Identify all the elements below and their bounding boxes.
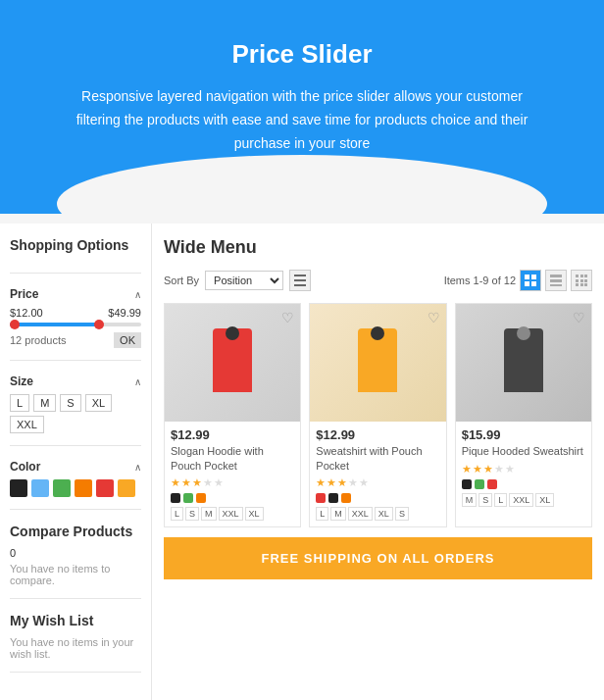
compact-view-button[interactable] [571, 270, 592, 291]
color-dot-1-black[interactable] [171, 493, 180, 503]
star-1-1: ★ [171, 476, 180, 489]
size-S[interactable]: S [60, 394, 80, 412]
product-card-2[interactable]: ♡ $12.99 Sweatshirt with Pouch Pocket ★ … [309, 303, 446, 527]
product-silhouette-3 [499, 319, 548, 407]
wishlist-button-3[interactable]: ♡ [573, 310, 585, 325]
size-tag-2-L[interactable]: L [316, 507, 328, 521]
star-1-3: ★ [192, 476, 202, 489]
star-3-1: ★ [462, 463, 472, 475]
slider-thumb-left[interactable] [10, 320, 20, 329]
svg-rect-13 [576, 279, 579, 282]
size-tag-1-XXL[interactable]: XXL [219, 507, 243, 521]
size-tag-3-XXL[interactable]: XXL [509, 493, 533, 507]
size-tag-1-S[interactable]: S [185, 507, 199, 521]
color-dot-1-green[interactable] [183, 493, 193, 503]
svg-rect-11 [580, 275, 583, 277]
svg-rect-10 [576, 275, 579, 277]
color-swatch-green[interactable] [53, 479, 71, 497]
star-1-2: ★ [181, 476, 191, 489]
compare-products-section: Compare Products 0 You have no items to … [10, 524, 141, 599]
slider-thumb-right[interactable] [94, 320, 104, 329]
color-dot-2-orange[interactable] [341, 493, 351, 503]
size-tag-3-XL[interactable]: XL [535, 493, 554, 507]
svg-rect-1 [294, 279, 306, 281]
compact-icon [576, 275, 587, 286]
size-tags-3: M S L XXL XL [462, 493, 585, 507]
price-chevron-icon[interactable]: ∧ [134, 289, 141, 300]
wishlist-button-1[interactable]: ♡ [281, 310, 294, 325]
price-slider-track[interactable] [10, 323, 141, 326]
size-tag-2-XXL[interactable]: XXL [348, 507, 373, 521]
wishlist-title: My Wish List [10, 613, 141, 628]
color-dot-3-red[interactable] [487, 479, 497, 489]
product-card-3[interactable]: ♡ $15.99 Pique Hooded Sweatshirt ★ ★ ★ ★… [455, 303, 592, 527]
grid-view-button[interactable] [520, 270, 541, 291]
color-filter-section: Color ∧ [10, 460, 141, 510]
size-tag-2-M[interactable]: M [330, 507, 346, 521]
svg-rect-7 [550, 275, 562, 277]
size-filter-section: Size ∧ L M S XL XXL [10, 375, 141, 446]
size-XL[interactable]: XL [85, 394, 112, 412]
sort-select[interactable]: Position Name Price [205, 271, 283, 290]
size-options: L M S XL XXL [10, 394, 141, 433]
size-tag-1-M[interactable]: M [201, 507, 217, 521]
size-tag-3-S[interactable]: S [478, 493, 492, 507]
product-price-1: $12.99 [171, 427, 294, 442]
content-area: Wide Menu Sort By Position Name Price [152, 224, 604, 700]
star-1-5: ★ [214, 476, 224, 489]
product-image-1: ♡ [165, 304, 300, 422]
slider-fill [10, 323, 102, 326]
items-label: Items 1-9 of 12 [444, 275, 516, 286]
size-tags-2: L M XXL XL S [316, 507, 439, 521]
star-1-4: ★ [203, 476, 213, 489]
list-view-button-2[interactable] [545, 270, 567, 291]
size-tag-3-L[interactable]: L [494, 493, 507, 507]
size-L[interactable]: L [10, 394, 29, 412]
grid-icon [525, 275, 536, 286]
size-tag-1-L[interactable]: L [171, 507, 183, 521]
size-tag-3-M[interactable]: M [462, 493, 478, 507]
size-chevron-icon[interactable]: ∧ [134, 376, 141, 387]
product-name-1: Slogan Hoodie with Pouch Pocket [171, 444, 294, 473]
price-ok-button[interactable]: OK [114, 332, 141, 348]
shopping-options-section: Shopping Options [10, 237, 141, 274]
size-filter-header: Size ∧ [10, 375, 141, 388]
list-view-button[interactable] [289, 270, 311, 291]
size-tag-2-XL[interactable]: XL [375, 507, 393, 521]
compare-count: 0 [10, 547, 141, 559]
star-3-5: ★ [505, 463, 515, 475]
size-tag-2-S[interactable]: S [395, 507, 409, 521]
shopping-options-title: Shopping Options [10, 237, 141, 253]
compare-note: You have no items to compare. [10, 563, 141, 586]
rows-icon [550, 275, 562, 286]
color-swatch-blue[interactable] [31, 479, 49, 497]
color-dot-3-black[interactable] [462, 479, 472, 489]
size-XXL[interactable]: XXL [10, 416, 44, 433]
color-dot-2-black[interactable] [328, 493, 338, 503]
hero-section: Price Slider Responsive layered navigati… [0, 0, 604, 214]
color-filter-header: Color ∧ [10, 460, 141, 474]
content-title: Wide Menu [164, 237, 592, 258]
list-icon [294, 275, 306, 286]
color-dot-3-green[interactable] [475, 479, 484, 489]
size-M[interactable]: M [33, 394, 56, 412]
color-swatch-red[interactable] [96, 479, 114, 497]
color-dot-2-red[interactable] [316, 493, 326, 503]
color-swatch-orange[interactable] [75, 479, 92, 497]
product-card-1[interactable]: ♡ $12.99 Slogan Hoodie with Pouch Pocket… [164, 303, 301, 527]
wishlist-note: You have no items in your wish list. [10, 636, 141, 660]
svg-rect-4 [531, 275, 536, 279]
color-chevron-icon[interactable]: ∧ [134, 462, 141, 473]
color-swatch-yellow[interactable] [118, 479, 135, 497]
wishlist-button-2[interactable]: ♡ [428, 310, 440, 325]
free-shipping-text: FREE SHIPPING ON ALL ORDERS [262, 551, 495, 566]
svg-rect-2 [294, 284, 306, 286]
hero-title: Price Slider [59, 39, 545, 70]
color-dot-1-orange[interactable] [196, 493, 206, 503]
price-min: $12.00 [10, 307, 43, 319]
color-swatch-black[interactable] [10, 479, 27, 497]
color-dots-1 [171, 493, 294, 503]
size-tag-1-XL[interactable]: XL [245, 507, 264, 521]
color-dots-3 [462, 479, 585, 489]
toolbar: Sort By Position Name Price Items 1-9 of… [164, 270, 592, 291]
